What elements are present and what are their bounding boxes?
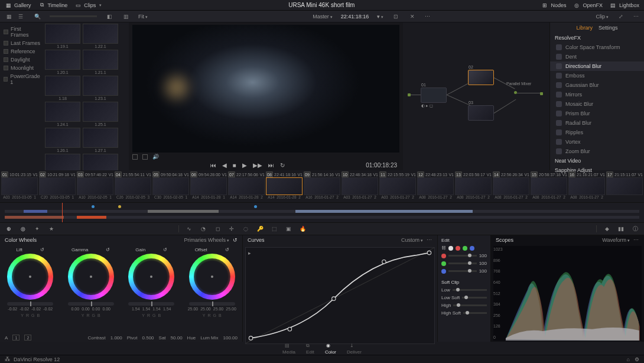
green-slider[interactable] (448, 262, 477, 264)
star-icon[interactable]: ★ (47, 225, 56, 233)
scopes-more-icon[interactable]: ⋯ (633, 237, 639, 243)
gallery-still[interactable]: 1.27.1 (83, 128, 118, 153)
sizing-icon[interactable]: ⬚ (270, 225, 278, 233)
key-icon[interactable]: 🔑 (256, 225, 264, 233)
red-slider[interactable] (448, 255, 477, 257)
home--icon[interactable]: ⌂ (627, 356, 630, 362)
flag-marker[interactable] (92, 205, 95, 208)
reset-wheel-icon[interactable]: ↺ (40, 247, 44, 252)
loop-toggle-icon[interactable] (132, 154, 138, 160)
blur-icon[interactable]: ◌ (242, 225, 250, 233)
node-03[interactable]: 03 (468, 105, 494, 121)
fx-item[interactable]: Dent (550, 52, 644, 61)
gallery-still[interactable]: 1.18 (45, 76, 80, 101)
filmstrip-clip[interactable]: 1222:48:23:13V1A08_2016-01-27_2 (417, 171, 454, 201)
gallery-album[interactable]: Last Frames (0, 39, 44, 47)
fx-item[interactable]: Prism Blur (550, 109, 644, 118)
low-slider[interactable] (453, 289, 487, 291)
wheel-control[interactable] (7, 254, 53, 300)
gallery-album[interactable]: Reference (0, 47, 44, 56)
window-icon[interactable]: ◻ (213, 225, 222, 233)
edit-page-tab[interactable]: ⧉Edit (306, 343, 314, 355)
highlight-icon[interactable]: ⊡ (392, 12, 400, 21)
gallery-still[interactable]: 1.28.1 (45, 154, 80, 170)
master-slider[interactable] (7, 302, 53, 306)
flag-marker[interactable] (254, 205, 257, 208)
viewer-scrubber[interactable]: 🔊 (132, 154, 399, 160)
unmix-icon[interactable]: ✕ (408, 12, 417, 21)
wheel-control[interactable] (189, 254, 235, 300)
scopes-mode-dropdown[interactable]: Waveform (602, 237, 630, 243)
gallery-still[interactable]: 1.25.1 (83, 102, 118, 127)
thumb-size-slider[interactable] (50, 15, 97, 17)
gallery-album[interactable]: Moonlight (0, 64, 44, 72)
filmstrip-clip[interactable]: 0722:17:56:06V1A14_2016-01-28_2 (228, 171, 265, 201)
blue-slider[interactable] (448, 270, 477, 272)
curves-tool-icon[interactable]: ∿ (185, 225, 193, 233)
fx-item[interactable]: Ripples (550, 128, 644, 137)
reticle-icon[interactable]: ⊕ (5, 225, 13, 233)
curves-mode-dropdown[interactable]: Custom (401, 237, 423, 243)
gallery-album[interactable]: First Frames (0, 25, 44, 39)
gallery-album[interactable]: PowerGrade 1 (0, 72, 44, 86)
wipe-icon[interactable]: ◧ (105, 12, 113, 21)
filmstrip-clip[interactable]: 1721:15:11:07V1 (606, 171, 643, 201)
highsoft-slider[interactable] (463, 312, 487, 314)
page-1-button[interactable]: 1 (12, 335, 19, 341)
grid-view-icon[interactable]: ▦ (5, 12, 13, 21)
more-icon[interactable]: ⋯ (425, 14, 431, 20)
filmstrip-clip[interactable]: 1022:46:34:18V1A03_2016-01-27_2 (341, 171, 378, 201)
filmstrip-clip[interactable]: 1621:16:21:07V1A08_2016-01-27_2 (568, 171, 605, 201)
filmstrip-clip[interactable]: 1122:15:55:19V1A03_2016-01-27_2 (379, 171, 416, 201)
filmstrip-clip[interactable]: 1422:56:26:34V1A08_2016-01-27_2 (493, 171, 529, 201)
gallery-still[interactable]: 1.23.1 (83, 76, 118, 101)
master-dropdown[interactable]: Master (313, 14, 333, 20)
fx-item[interactable]: Mirrors (550, 90, 644, 99)
lowsoft-slider[interactable] (462, 297, 487, 299)
node-01[interactable]: 01 ◐▸◻ (421, 87, 447, 103)
lightbox-toggle[interactable]: ▤ Lightbox (610, 2, 639, 9)
wheel-control[interactable] (68, 254, 114, 300)
mini-timeline[interactable] (0, 202, 644, 222)
master-slider[interactable] (68, 302, 114, 306)
gallery-still[interactable]: 1.19.1 (45, 24, 80, 48)
tracker-icon[interactable]: ✢ (227, 225, 236, 233)
reset-wheel-icon[interactable]: ↺ (106, 247, 110, 252)
flag-marker[interactable] (118, 205, 121, 208)
loop-button[interactable]: ↻ (280, 162, 285, 168)
gallery-still[interactable]: 1.20.1 (45, 50, 80, 74)
filmstrip-clip[interactable]: 0509:50:04:18V1C30_2016-02-05_1 (152, 171, 189, 201)
master-slider[interactable] (128, 302, 174, 306)
gallery-still[interactable]: 1.22.1 (83, 24, 118, 48)
stop-button[interactable]: ■ (233, 162, 236, 168)
timeline-toggle[interactable]: ⧉ Timeline (38, 2, 68, 9)
node-02[interactable]: 02 (468, 70, 494, 85)
stereo-icon[interactable]: ▣ (284, 225, 292, 233)
filmstrip-clip[interactable]: 0309:57:46:22V1A10_2016-02-05_1 (77, 171, 113, 201)
deliver-page-tab[interactable]: ⤓Deliver (347, 343, 362, 355)
data-burn-icon[interactable]: 🔥 (298, 225, 307, 233)
split-icon[interactable]: ▥ (122, 12, 130, 21)
filmstrip-clip[interactable]: 1322:03:58:17V1A08_2016-01-27_2 (455, 171, 492, 201)
match-frame-icon[interactable] (142, 154, 148, 160)
gallery-toggle[interactable]: ▦ Gallery (5, 2, 31, 9)
fx-item[interactable]: Emboss (550, 71, 644, 80)
qualifier-icon[interactable]: ◔ (199, 225, 207, 233)
keyframe-icon[interactable]: ◆ (603, 225, 611, 233)
clip-dropdown[interactable]: Clip (596, 14, 609, 20)
filmstrip-clip[interactable]: 0609:54:28:00V1A14_2016-01-28_1 (190, 171, 227, 201)
settings-icon[interactable]: ⚙ (635, 356, 639, 362)
openfx-toggle[interactable]: ◎ OpenFX (573, 2, 603, 9)
color-page-tab[interactable]: ◉Color (325, 343, 336, 355)
clip-filmstrip[interactable]: 0110:01:23:15V1A03_2016-03-05_10210:21:0… (0, 170, 644, 202)
expand-icon[interactable]: ⤢ (617, 12, 625, 21)
prev-frame-button[interactable]: ◀ (222, 162, 227, 168)
next-frame-button[interactable]: ▶▶ (253, 162, 262, 168)
node-more-icon[interactable]: ⋯ (633, 14, 639, 20)
gallery-still[interactable]: 1.21.1 (83, 50, 118, 74)
filmstrip-clip[interactable]: 0921:56:14:16V1A16_2016-01-27_2 (304, 171, 340, 201)
link-icon[interactable]: ⛓ (441, 245, 446, 251)
curves-editor[interactable]: ▸ (245, 247, 435, 344)
target-icon[interactable]: ◎ (19, 225, 27, 233)
viewer-image[interactable] (132, 25, 399, 153)
